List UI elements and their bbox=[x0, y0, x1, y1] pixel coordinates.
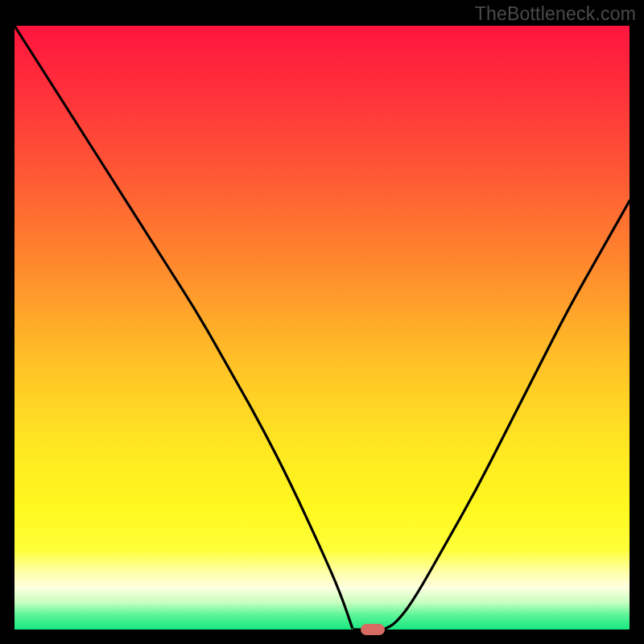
bottleneck-curve bbox=[14, 26, 630, 630]
watermark-text: TheBottleneck.com bbox=[475, 3, 636, 25]
chart-frame: TheBottleneck.com bbox=[0, 0, 644, 644]
plot-area bbox=[14, 26, 630, 630]
optimum-marker bbox=[361, 624, 385, 635]
